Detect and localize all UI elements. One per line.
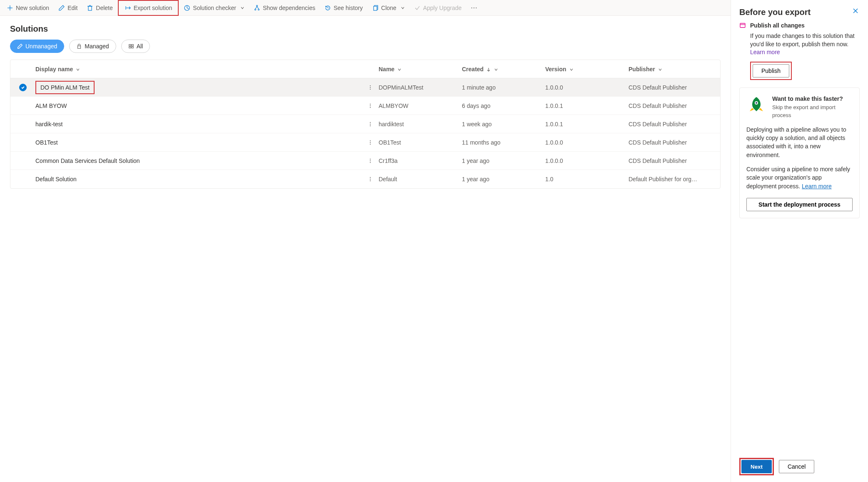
history-icon (324, 5, 331, 11)
row-display-name: Default Solution (35, 176, 362, 182)
learn-more-link[interactable]: Learn more (750, 49, 780, 55)
row-publisher: CDS Default Publisher (629, 121, 720, 127)
row-menu-button[interactable] (362, 176, 379, 182)
row-menu-button[interactable] (362, 103, 379, 109)
clone-button[interactable]: Clone (368, 2, 409, 14)
row-publisher: CDS Default Publisher (629, 84, 720, 91)
table-row[interactable]: OB1TestOB1Test11 months ago1.0.0.0CDS De… (10, 133, 720, 152)
publish-body-text: If you made changes to this solution tha… (750, 32, 855, 47)
highlight-publish: Publish (750, 62, 792, 80)
col-created[interactable]: Created (462, 66, 545, 72)
col-display-name[interactable]: Display name (35, 66, 362, 72)
filter-unmanaged[interactable]: Unmanaged (10, 40, 64, 53)
cancel-button[interactable]: Cancel (779, 460, 815, 473)
row-created: 1 year ago (462, 157, 545, 164)
row-created: 11 months ago (462, 139, 545, 146)
next-button[interactable]: Next (741, 460, 772, 473)
filter-all[interactable]: All (121, 40, 150, 53)
row-name: DOPMinALMTest (379, 84, 462, 91)
svg-point-23 (370, 87, 371, 88)
row-version: 1.0.0.0 (545, 157, 629, 164)
col-display-label: Display name (35, 66, 73, 72)
table-row[interactable]: Default SolutionDefault1 year ago1.0Defa… (10, 170, 720, 188)
svg-point-28 (370, 122, 371, 123)
card-paragraph-1: Deploying with a pipeline allows you to … (746, 125, 853, 159)
publish-icon (739, 22, 746, 29)
table-row[interactable]: hardik-testhardiktest1 week ago1.0.0.1CD… (10, 115, 720, 133)
svg-point-36 (370, 162, 371, 163)
svg-point-45 (756, 102, 757, 104)
export-label: Export solution (134, 5, 172, 11)
svg-point-10 (258, 9, 259, 10)
svg-point-8 (256, 5, 257, 6)
filter-managed[interactable]: Managed (69, 40, 116, 53)
svg-point-22 (370, 85, 371, 86)
svg-rect-17 (129, 45, 130, 46)
svg-point-30 (370, 125, 371, 126)
page-header: Solutions (0, 16, 731, 40)
overflow-menu-button[interactable]: ⋯ (466, 4, 481, 12)
edit-button[interactable]: Edit (54, 2, 82, 14)
filter-unmanaged-label: Unmanaged (25, 43, 57, 50)
svg-point-29 (370, 124, 371, 125)
solution-checker-button[interactable]: Solution checker (180, 2, 249, 14)
row-created: 6 days ago (462, 102, 545, 109)
row-menu-button[interactable] (362, 158, 379, 164)
svg-point-24 (370, 89, 371, 90)
table-header-row: Display name Name Created Version (10, 60, 720, 78)
card-learn-more-link[interactable]: Learn more (802, 183, 832, 190)
clone-label: Clone (381, 5, 397, 11)
row-display-name: OB1Test (35, 139, 362, 146)
highlight-export: Export solution (118, 0, 179, 16)
start-deployment-button[interactable]: Start the deployment process (746, 198, 853, 211)
row-created: 1 minute ago (462, 84, 545, 91)
row-menu-button[interactable] (362, 85, 379, 90)
new-solution-button[interactable]: New solution (2, 2, 53, 14)
checker-icon (184, 5, 190, 11)
col-version-label: Version (545, 66, 566, 72)
show-dependencies-button[interactable]: Show dependencies (249, 2, 319, 14)
filter-pills: Unmanaged Managed All (0, 40, 731, 60)
panel-title: Before you export (739, 7, 811, 17)
chevron-down-icon (75, 67, 80, 72)
table-row[interactable]: ALM BYOWALMBYOW6 days ago1.0.0.1CDS Defa… (10, 97, 720, 115)
trash-icon (87, 5, 93, 11)
svg-line-11 (255, 6, 257, 9)
delete-label: Delete (96, 5, 112, 11)
check-icon (414, 5, 421, 11)
checker-label: Solution checker (193, 5, 236, 11)
export-solution-button[interactable]: Export solution (120, 2, 177, 14)
row-publisher: CDS Default Publisher (629, 102, 720, 109)
row-name: Cr1ff3a (379, 157, 462, 164)
page-title: Solutions (10, 24, 721, 34)
row-name: ALMBYOW (379, 102, 462, 109)
row-menu-button[interactable] (362, 140, 379, 145)
table-row[interactable]: DO PMin ALM TestDOPMinALMTest1 minute ag… (10, 78, 720, 97)
svg-rect-19 (129, 47, 130, 48)
chevron-down-icon (569, 67, 574, 72)
svg-point-32 (370, 142, 371, 143)
chevron-down-icon (240, 6, 244, 10)
publish-button[interactable]: Publish (753, 64, 789, 77)
lock-icon (76, 43, 82, 49)
row-display-name: Common Data Services Default Solution (35, 157, 362, 164)
see-history-button[interactable]: See history (320, 2, 367, 14)
row-version: 1.0.0.0 (545, 139, 629, 146)
row-checkbox[interactable] (19, 84, 27, 91)
col-publisher[interactable]: Publisher (629, 66, 720, 72)
row-menu-button[interactable] (362, 121, 379, 127)
close-panel-button[interactable] (852, 7, 860, 15)
svg-point-25 (370, 104, 371, 105)
row-version: 1.0.0.1 (545, 102, 629, 109)
clone-icon (372, 5, 379, 11)
row-publisher: CDS Default Publisher (629, 139, 720, 146)
delete-button[interactable]: Delete (82, 2, 117, 14)
table-row[interactable]: Common Data Services Default SolutionCr1… (10, 152, 720, 170)
pipeline-card: Want to make this faster? Skip the expor… (739, 87, 860, 218)
edit-label: Edit (67, 5, 77, 11)
upgrade-label: Apply Upgrade (423, 5, 462, 11)
col-version[interactable]: Version (545, 66, 629, 72)
col-publisher-label: Publisher (629, 66, 655, 72)
row-publisher: CDS Default Publisher (629, 157, 720, 164)
col-name[interactable]: Name (379, 66, 462, 72)
